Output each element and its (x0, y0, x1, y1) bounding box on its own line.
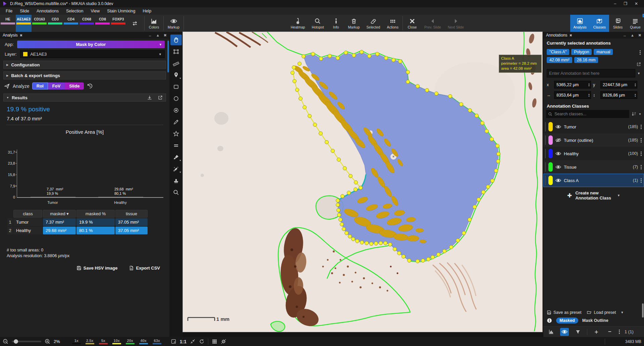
history-icon[interactable] (87, 83, 93, 89)
rectangle-tool[interactable] (170, 81, 182, 92)
zoom-preset-40x[interactable]: 40x (139, 339, 148, 344)
bar-tumor[interactable]: 7,37 mm²19,9 % (31, 187, 75, 197)
pencil-tool[interactable] (170, 117, 182, 127)
cell-masked-pct[interactable]: 80.1 % (76, 227, 115, 234)
visibility-toggle[interactable] (560, 328, 569, 336)
kebab-menu-icon[interactable] (641, 165, 642, 169)
search-classes-input[interactable]: Search classes... (546, 110, 629, 118)
point-tool[interactable] (170, 105, 182, 116)
chevron-down-icon[interactable]: ▼ (637, 72, 640, 75)
markup-visibility-button[interactable]: Markup (164, 15, 183, 32)
fit-view-button[interactable] (171, 339, 176, 344)
masked-toggle[interactable]: Masked (556, 318, 578, 324)
mode-roi[interactable]: RoI (32, 82, 48, 90)
cell-masked[interactable]: 29.68 mm² (43, 227, 76, 234)
one-to-one-button[interactable]: 1:1 (180, 339, 186, 344)
info-button[interactable]: Info (327, 15, 345, 32)
zoom-region-tool[interactable] (170, 187, 182, 198)
results-section[interactable]: Results (3, 94, 166, 102)
stain-tab-ae1ae3[interactable]: AE1AE3 (16, 15, 32, 32)
zoom-preset-63x[interactable]: 63x (153, 339, 161, 344)
sort-az-icon[interactable] (631, 111, 637, 117)
close-panel-icon[interactable]: ✖ (20, 34, 22, 37)
class-row-tumor[interactable]: Tumor (185) (543, 120, 644, 133)
magic-wand-tool[interactable]: ▼ (170, 164, 182, 174)
annotations-panel-tab[interactable]: Annotations ✖ ↔▲✖ (543, 32, 644, 39)
class-row-class-a[interactable]: Class A (1) (543, 174, 644, 187)
add-annotation-button[interactable]: ＋ (592, 328, 601, 336)
col-masked[interactable]: masked ▾ (43, 210, 76, 218)
close-window-button[interactable]: ✕ (635, 1, 638, 6)
load-preset-button[interactable]: Load preset (594, 310, 616, 315)
save-hsv-button[interactable]: Save HSV image (76, 266, 118, 271)
slides-panel-button[interactable]: Slides (609, 15, 627, 32)
cell-tissue[interactable]: 37.05 mm² (115, 218, 148, 226)
stain-tab-cd3[interactable]: CD3 (47, 15, 63, 32)
eye-slash-icon[interactable] (555, 138, 561, 142)
parallel-lines-tool[interactable] (170, 140, 182, 151)
cell-class[interactable]: Tumor (13, 218, 42, 226)
hotspot-button[interactable]: Hotspot (308, 15, 327, 32)
export-csv-button[interactable]: Export CSV (129, 266, 160, 271)
col-class[interactable]: class (13, 210, 42, 218)
queue-panel-button[interactable]: Queue 3 (627, 15, 644, 32)
zoom-preset-5x[interactable]: 5x (99, 339, 108, 344)
x-field[interactable]: 5365,22 µm▲▼ (554, 81, 591, 89)
close-panel-icon[interactable]: ✖ (569, 34, 572, 37)
cell-masked-pct[interactable]: 19.9 % (76, 218, 115, 226)
dock-icon[interactable]: ↔ (623, 33, 627, 38)
analysis-panel-tab[interactable]: Analysis ✖ ↔▲✖ (0, 32, 169, 39)
delete-markup-button[interactable]: Markup (345, 15, 363, 32)
stain-tab-cd68[interactable]: CD68 (79, 15, 95, 32)
stamp-tool[interactable] (170, 175, 182, 186)
kebab-menu-icon[interactable] (641, 138, 642, 142)
collapse-panel-icon[interactable]: ▲ (631, 33, 634, 38)
mode-fov[interactable]: FoV (48, 82, 65, 90)
chevron-down-icon[interactable]: ▼ (621, 311, 624, 314)
badge-perimeter[interactable]: 28.16 mm (574, 57, 598, 63)
eye-icon[interactable] (555, 178, 561, 182)
brush-tool[interactable]: ▼ (170, 152, 182, 163)
external-link-icon[interactable] (158, 95, 163, 100)
info-circle-icon[interactable] (547, 318, 552, 323)
zoom-slider[interactable] (12, 341, 41, 342)
cell-class[interactable]: Healthy (13, 227, 42, 234)
class-row-tumor-outline[interactable]: Tumor (outline) (185) (543, 133, 644, 147)
zoom-slider-handle[interactable] (14, 339, 18, 344)
create-new-class-button[interactable]: ✚ Create newAnnotation Class ▼ (543, 187, 644, 204)
dock-icon[interactable]: ↔ (148, 33, 152, 38)
badge-area[interactable]: 42.08 mm² (547, 57, 572, 63)
chevron-down-icon[interactable]: ▼ (617, 194, 620, 197)
prev-slide-button[interactable]: Prev. Slide (421, 15, 444, 32)
sync-settings-button[interactable] (221, 339, 226, 344)
tissue-outline-right[interactable] (523, 32, 537, 331)
maximize-button[interactable]: ❐ (624, 1, 627, 6)
collapse-panel-icon[interactable]: ▲ (156, 33, 160, 38)
analysis-panel-button[interactable]: Analysis (570, 15, 590, 32)
class-row-tissue[interactable]: Tissue (7) (543, 160, 644, 174)
stain-tab-he[interactable]: HE (0, 15, 16, 32)
erase-selected-button[interactable]: Selected (363, 15, 384, 32)
zoom-preset-2-5x[interactable]: 2.5x (86, 339, 94, 344)
refresh-button[interactable] (199, 339, 205, 344)
bar-healthy[interactable]: 29,68 mm²80,1 % (98, 187, 143, 197)
kebab-menu-icon[interactable] (641, 178, 642, 183)
filter-icon[interactable] (574, 328, 582, 336)
actions-button[interactable]: Actions (383, 15, 401, 32)
cell-masked[interactable]: 7.37 mm² (43, 218, 76, 226)
zoom-in-button[interactable] (45, 339, 50, 344)
external-link-icon[interactable] (636, 62, 641, 67)
col-tissue[interactable]: tissue (115, 210, 148, 218)
swap-stains-button[interactable] (126, 15, 144, 32)
badge-class[interactable]: "Class A" (547, 49, 569, 55)
kebab-menu-icon[interactable] (641, 152, 642, 156)
annotation-text-input[interactable]: Enter Annotation text here ▼ (547, 69, 635, 77)
stain-tab-cd8[interactable]: CD8 (95, 15, 110, 32)
close-panel-icon2[interactable]: ✖ (638, 33, 641, 38)
mode-slide[interactable]: Slide (65, 82, 84, 90)
circle-tool[interactable] (170, 93, 182, 104)
layer-select[interactable]: AE1AE3 ▼ (20, 50, 165, 58)
y-field[interactable]: 22447,58 µm▲▼ (600, 81, 637, 89)
close-slide-button[interactable]: Close (404, 15, 421, 32)
width-field[interactable]: 8353,64 µm▲▼ (554, 91, 591, 99)
